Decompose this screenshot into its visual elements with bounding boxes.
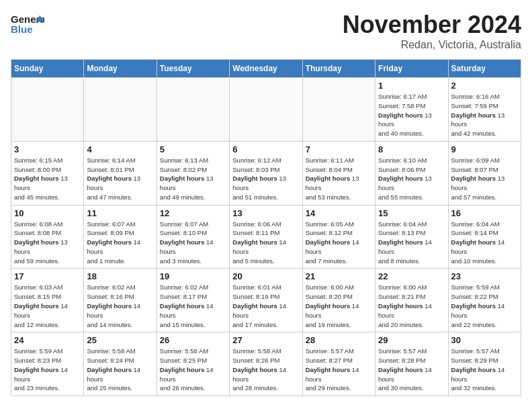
calendar-day-cell: 6Sunrise: 6:12 AMSunset: 8:03 PMDaylight… (230, 141, 302, 205)
day-info: Sunrise: 6:04 AMSunset: 8:14 PMDaylight … (451, 220, 518, 266)
day-number: 5 (160, 144, 226, 154)
day-info: Sunrise: 6:10 AMSunset: 8:06 PMDaylight … (378, 156, 445, 202)
calendar-day-cell: 21Sunrise: 6:00 AMSunset: 8:20 PMDayligh… (302, 269, 375, 332)
calendar-day-cell: 24Sunrise: 5:59 AMSunset: 8:23 PMDayligh… (11, 332, 84, 396)
day-info: Sunrise: 5:58 AMSunset: 8:25 PMDaylight … (160, 347, 226, 393)
calendar-day-cell: 9Sunrise: 6:09 AMSunset: 8:07 PMDaylight… (448, 141, 521, 205)
calendar-day-cell: 22Sunrise: 6:00 AMSunset: 8:21 PMDayligh… (375, 269, 448, 332)
calendar-day-cell: 28Sunrise: 5:57 AMSunset: 8:27 PMDayligh… (302, 332, 375, 396)
day-info: Sunrise: 6:04 AMSunset: 8:13 PMDaylight … (378, 220, 445, 266)
calendar-day-cell: 3Sunrise: 6:15 AMSunset: 8:00 PMDaylight… (11, 141, 84, 205)
day-number: 7 (306, 144, 372, 154)
calendar-day-cell (302, 78, 375, 142)
calendar-day-cell: 4Sunrise: 6:14 AMSunset: 8:01 PMDaylight… (84, 141, 157, 205)
day-number: 13 (232, 208, 299, 218)
day-info: Sunrise: 6:00 AMSunset: 8:21 PMDaylight … (378, 283, 445, 329)
day-info: Sunrise: 6:07 AMSunset: 8:09 PMDaylight … (87, 220, 153, 266)
day-info: Sunrise: 6:01 AMSunset: 8:19 PMDaylight … (232, 283, 299, 329)
day-info: Sunrise: 6:12 AMSunset: 8:03 PMDaylight … (232, 156, 299, 202)
day-info: Sunrise: 6:03 AMSunset: 8:15 PMDaylight … (14, 283, 81, 329)
calendar-week-row: 3Sunrise: 6:15 AMSunset: 8:00 PMDaylight… (11, 141, 521, 205)
day-number: 30 (451, 335, 518, 345)
calendar-week-row: 10Sunrise: 6:08 AMSunset: 8:08 PMDayligh… (11, 205, 521, 269)
calendar-week-row: 24Sunrise: 5:59 AMSunset: 8:23 PMDayligh… (11, 332, 521, 396)
day-number: 16 (451, 208, 518, 218)
calendar-day-cell: 13Sunrise: 6:06 AMSunset: 8:11 PMDayligh… (230, 205, 302, 269)
day-info: Sunrise: 6:16 AMSunset: 7:59 PMDaylight … (451, 92, 518, 138)
day-number: 10 (14, 208, 81, 218)
calendar-day-cell: 7Sunrise: 6:11 AMSunset: 8:04 PMDaylight… (302, 141, 375, 205)
calendar-day-cell: 1Sunrise: 6:17 AMSunset: 7:58 PMDaylight… (375, 78, 448, 142)
day-info: Sunrise: 5:57 AMSunset: 8:28 PMDaylight … (378, 347, 445, 393)
day-number: 9 (451, 144, 518, 154)
day-number: 19 (160, 271, 226, 281)
day-info: Sunrise: 6:02 AMSunset: 8:16 PMDaylight … (87, 283, 153, 329)
logo-icon: General Blue (11, 11, 44, 38)
day-info: Sunrise: 5:59 AMSunset: 8:23 PMDaylight … (14, 347, 81, 393)
day-number: 1 (378, 81, 445, 91)
calendar-day-cell (157, 78, 229, 142)
day-number: 26 (160, 335, 226, 345)
day-of-week-header: Saturday (448, 60, 521, 78)
day-number: 2 (451, 81, 518, 91)
day-number: 25 (87, 335, 153, 345)
calendar-day-cell: 15Sunrise: 6:04 AMSunset: 8:13 PMDayligh… (375, 205, 448, 269)
day-number: 11 (87, 208, 153, 218)
calendar-table: SundayMondayTuesdayWednesdayThursdayFrid… (11, 59, 521, 396)
day-of-week-header: Sunday (11, 60, 84, 78)
calendar-day-cell: 23Sunrise: 5:59 AMSunset: 8:22 PMDayligh… (448, 269, 521, 332)
day-number: 21 (306, 271, 372, 281)
page-header: General Blue November 2024 Redan, Victor… (11, 11, 521, 51)
calendar-day-cell: 27Sunrise: 5:58 AMSunset: 8:26 PMDayligh… (230, 332, 302, 396)
day-number: 6 (232, 144, 299, 154)
day-info: Sunrise: 5:57 AMSunset: 8:29 PMDaylight … (451, 347, 518, 393)
calendar-week-row: 17Sunrise: 6:03 AMSunset: 8:15 PMDayligh… (11, 269, 521, 332)
svg-text:Blue: Blue (11, 24, 33, 35)
day-info: Sunrise: 6:00 AMSunset: 8:20 PMDaylight … (306, 283, 372, 329)
calendar-day-cell: 20Sunrise: 6:01 AMSunset: 8:19 PMDayligh… (230, 269, 302, 332)
day-number: 28 (306, 335, 372, 345)
day-info: Sunrise: 5:58 AMSunset: 8:26 PMDaylight … (232, 347, 299, 393)
day-info: Sunrise: 6:08 AMSunset: 8:08 PMDaylight … (14, 220, 81, 266)
day-number: 22 (378, 271, 445, 281)
calendar-day-cell: 26Sunrise: 5:58 AMSunset: 8:25 PMDayligh… (157, 332, 229, 396)
calendar-day-cell: 8Sunrise: 6:10 AMSunset: 8:06 PMDaylight… (375, 141, 448, 205)
calendar-day-cell: 29Sunrise: 5:57 AMSunset: 8:28 PMDayligh… (375, 332, 448, 396)
calendar-week-row: 1Sunrise: 6:17 AMSunset: 7:58 PMDaylight… (11, 78, 521, 142)
day-info: Sunrise: 6:02 AMSunset: 8:17 PMDaylight … (160, 283, 226, 329)
day-number: 27 (232, 335, 299, 345)
title-block: November 2024 Redan, Victoria, Australia (343, 11, 521, 51)
day-of-week-header: Friday (375, 60, 448, 78)
day-info: Sunrise: 6:07 AMSunset: 8:10 PMDaylight … (160, 220, 226, 266)
day-info: Sunrise: 6:05 AMSunset: 8:12 PMDaylight … (306, 220, 372, 266)
calendar-day-cell: 30Sunrise: 5:57 AMSunset: 8:29 PMDayligh… (448, 332, 521, 396)
day-number: 23 (451, 271, 518, 281)
calendar-header-row: SundayMondayTuesdayWednesdayThursdayFrid… (11, 60, 521, 78)
calendar-day-cell: 25Sunrise: 5:58 AMSunset: 8:24 PMDayligh… (84, 332, 157, 396)
day-info: Sunrise: 6:17 AMSunset: 7:58 PMDaylight … (378, 92, 445, 138)
day-info: Sunrise: 6:06 AMSunset: 8:11 PMDaylight … (232, 220, 299, 266)
location: Redan, Victoria, Australia (343, 39, 521, 51)
calendar-day-cell: 12Sunrise: 6:07 AMSunset: 8:10 PMDayligh… (157, 205, 229, 269)
day-info: Sunrise: 6:13 AMSunset: 8:02 PMDaylight … (160, 156, 226, 202)
calendar-day-cell: 2Sunrise: 6:16 AMSunset: 7:59 PMDaylight… (448, 78, 521, 142)
day-info: Sunrise: 6:09 AMSunset: 8:07 PMDaylight … (451, 156, 518, 202)
day-of-week-header: Thursday (302, 60, 375, 78)
month-title: November 2024 (343, 11, 521, 39)
day-info: Sunrise: 5:57 AMSunset: 8:27 PMDaylight … (306, 347, 372, 393)
day-of-week-header: Wednesday (230, 60, 302, 78)
day-number: 4 (87, 144, 153, 154)
day-number: 20 (232, 271, 299, 281)
logo: General Blue (11, 11, 44, 38)
calendar-day-cell: 5Sunrise: 6:13 AMSunset: 8:02 PMDaylight… (157, 141, 229, 205)
calendar-day-cell: 14Sunrise: 6:05 AMSunset: 8:12 PMDayligh… (302, 205, 375, 269)
day-of-week-header: Tuesday (157, 60, 229, 78)
day-info: Sunrise: 5:59 AMSunset: 8:22 PMDaylight … (451, 283, 518, 329)
day-number: 29 (378, 335, 445, 345)
calendar-day-cell: 11Sunrise: 6:07 AMSunset: 8:09 PMDayligh… (84, 205, 157, 269)
calendar-day-cell: 10Sunrise: 6:08 AMSunset: 8:08 PMDayligh… (11, 205, 84, 269)
calendar-day-cell: 18Sunrise: 6:02 AMSunset: 8:16 PMDayligh… (84, 269, 157, 332)
calendar-day-cell: 17Sunrise: 6:03 AMSunset: 8:15 PMDayligh… (11, 269, 84, 332)
calendar-day-cell (84, 78, 157, 142)
calendar-day-cell (230, 78, 302, 142)
